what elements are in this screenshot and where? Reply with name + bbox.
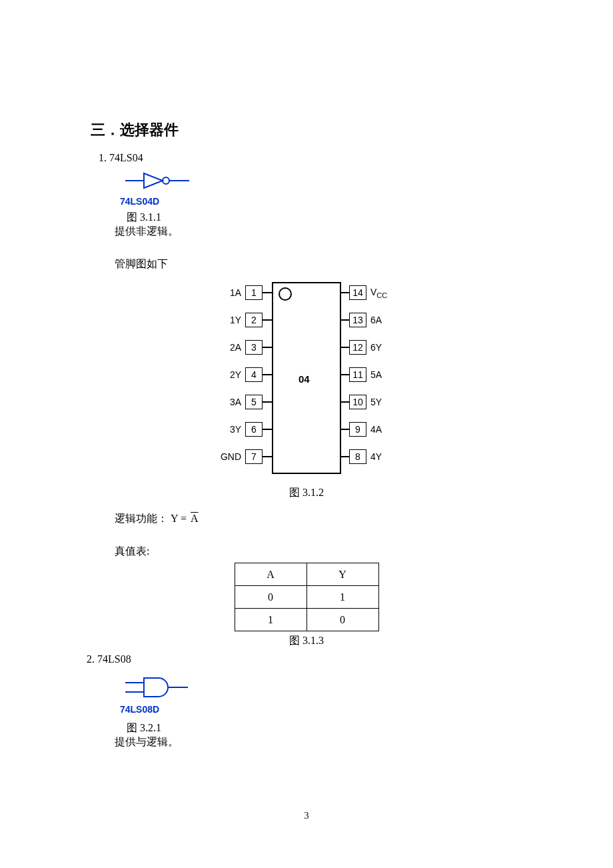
table-row: 0 1 (235, 586, 378, 609)
section-heading: 三．选择器件 (91, 120, 526, 140)
pin-label: 3Y (213, 424, 245, 435)
pin-label: 6A (366, 315, 398, 325)
pin-box: 12 (349, 340, 366, 355)
pin-left-5: 3A 5 (213, 394, 272, 410)
pin-box: 10 (349, 395, 366, 409)
logic-label: 逻辑功能： (115, 513, 168, 524)
item2-desc: 提供与逻辑。 (115, 735, 526, 749)
pin-right-14: 14 VCC (340, 285, 398, 301)
pin-label: 5A (366, 369, 398, 380)
pin-stub (340, 456, 349, 457)
pin-box: 4 (245, 367, 263, 382)
pin-label-sub: CC (376, 291, 387, 299)
chip-marking: 04 (299, 373, 310, 385)
pin-right-12: 12 6Y (340, 339, 398, 355)
pin-label: 2Y (213, 369, 245, 380)
gate-label-74ls04d: 74LS04D (120, 196, 526, 207)
item1-title: 1. 74LS04 (99, 152, 526, 164)
caption-3-1-3: 图 3.1.3 (87, 634, 526, 648)
pin-stub (340, 374, 349, 375)
pin-stub (263, 347, 272, 348)
pin-label: 2A (213, 342, 245, 353)
pin-left-4: 2Y 4 (213, 367, 272, 383)
cell: 0 (235, 586, 306, 609)
pin-left-2: 1Y 2 (213, 312, 272, 328)
logic-expr-overline: A (189, 513, 200, 524)
pin-label: 3A (213, 397, 245, 407)
pin-box: 1 (245, 285, 263, 300)
svg-marker-1 (144, 173, 163, 188)
pin-left-1: 1A 1 (213, 285, 272, 301)
caption-3-2-1: 图 3.2.1 (127, 721, 526, 735)
pin-left-3: 2A 3 (213, 339, 272, 355)
pin-box: 14 (349, 285, 366, 300)
pin-box: 7 (245, 449, 263, 464)
pin-stub (340, 319, 349, 321)
item1-desc: 提供非逻辑。 (115, 225, 526, 239)
cell: 1 (235, 609, 306, 631)
pin-box: 5 (245, 395, 263, 409)
pin-stub (263, 429, 272, 430)
pin-label: VCC (366, 287, 398, 299)
pin-stub (263, 401, 272, 403)
and-gate-icon (125, 676, 526, 701)
pin-box: 9 (349, 422, 366, 437)
truth-table: A Y 0 1 1 0 (235, 563, 379, 631)
pin-label: 5Y (366, 397, 398, 407)
pinout-intro: 管脚图如下 (115, 257, 526, 271)
page-number: 3 (0, 811, 613, 821)
pin-stub (340, 292, 349, 293)
pin-stub (340, 401, 349, 403)
pin-label: GND (213, 451, 245, 462)
chip-notch-icon (279, 287, 292, 301)
logic-function: 逻辑功能： Y = A (115, 512, 526, 526)
pin-label-main: V (370, 287, 376, 297)
pin-right-9: 9 4A (340, 421, 398, 437)
table-row: 1 0 (235, 609, 378, 631)
item2-title: 2. 74LS08 (87, 653, 526, 665)
cell: 0 (306, 609, 378, 631)
pin-box: 11 (349, 367, 366, 382)
th-y: Y (306, 563, 378, 586)
pin-box: 13 (349, 313, 366, 327)
pin-box: 3 (245, 340, 263, 355)
pin-stub (263, 319, 272, 321)
pin-left-6: 3Y 6 (213, 421, 272, 437)
pin-right-8: 8 4Y (340, 449, 398, 465)
cell: 1 (306, 586, 378, 609)
pin-right-10: 10 5Y (340, 394, 398, 410)
pin-left-7: GND 7 (213, 449, 272, 465)
pin-stub (263, 374, 272, 375)
pin-box: 2 (245, 313, 263, 327)
pin-right-13: 13 6A (340, 312, 398, 328)
caption-3-1-1: 图 3.1.1 (127, 211, 526, 225)
pin-label: 4Y (366, 451, 398, 462)
pin-stub (340, 347, 349, 348)
pin-stub (263, 456, 272, 457)
pin-box: 8 (349, 449, 366, 464)
logic-expr-prefix: Y = (171, 513, 189, 524)
pin-stub (263, 292, 272, 293)
not-gate-icon (125, 171, 526, 193)
pin-right-11: 11 5A (340, 367, 398, 383)
pin-label: 1Y (213, 315, 245, 325)
pin-label: 1A (213, 287, 245, 298)
pin-label: 6Y (366, 342, 398, 353)
pin-box: 6 (245, 422, 263, 437)
pinout-diagram-74ls04: 04 1A 1 1Y 2 2A 3 2Y 4 3A 5 3Y 6 (213, 278, 400, 478)
truth-table-label: 真值表: (115, 545, 526, 559)
pin-label: 4A (366, 424, 398, 435)
table-row: A Y (235, 563, 378, 586)
gate-label-74ls08d: 74LS08D (120, 704, 526, 715)
pin-stub (340, 429, 349, 430)
th-a: A (235, 563, 306, 586)
caption-3-1-2: 图 3.1.2 (87, 486, 526, 500)
